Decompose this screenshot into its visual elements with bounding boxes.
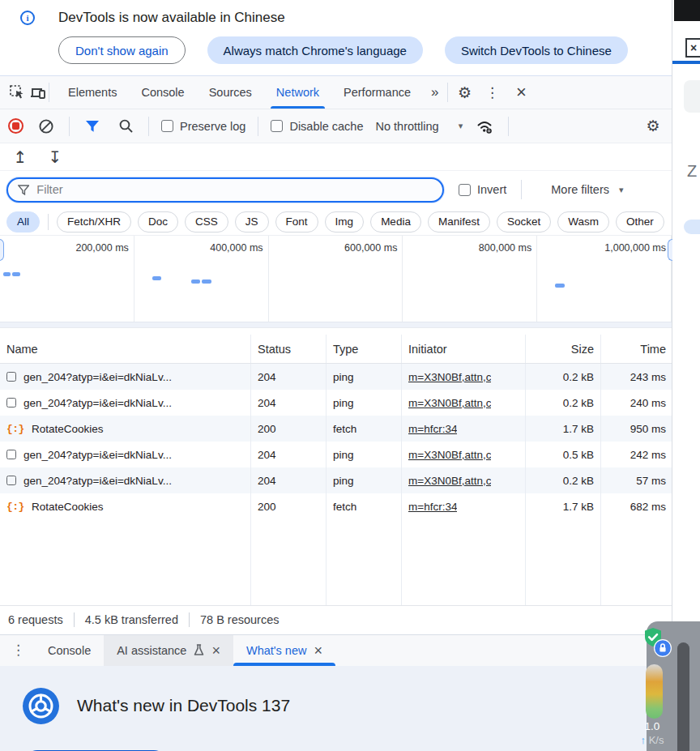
toolbar-divider: [69, 117, 70, 136]
summary-divider: [74, 612, 75, 627]
more-filters-button[interactable]: More filters ▾: [551, 183, 623, 196]
request-type: ping: [327, 364, 402, 390]
chip-media[interactable]: Media: [370, 211, 421, 233]
timeline-tick-label: 1,000,000 ms: [604, 242, 666, 254]
network-settings-gear-icon[interactable]: ⚙: [642, 114, 664, 139]
chip-font[interactable]: Font: [275, 211, 318, 233]
toggle-device-toolbar-icon[interactable]: [28, 80, 49, 105]
preserve-log-checkbox[interactable]: Preserve log: [161, 120, 245, 133]
ping-request-icon: [6, 450, 16, 459]
page-scrollbar[interactable]: [677, 642, 689, 751]
table-row[interactable]: gen_204?atyp=i&ei=dkNiaLv...204pingm=X3N…: [0, 364, 672, 390]
export-har-icon[interactable]: ↧: [45, 145, 66, 169]
initiator-link[interactable]: m=X3N0Bf,attn,c: [408, 475, 491, 487]
switch-language-button[interactable]: Switch DevTools to Chinese: [445, 36, 628, 64]
initiator-link[interactable]: m=hfcr:34: [408, 501, 457, 513]
match-language-button[interactable]: Always match Chrome's language: [207, 36, 423, 64]
tab-network[interactable]: Network: [264, 76, 331, 109]
invert-checkbox[interactable]: Invert: [459, 183, 506, 196]
infobar-title: DevTools is now available in Chinese: [58, 10, 285, 26]
tab-elements[interactable]: Elements: [56, 76, 129, 109]
column-header-initiator[interactable]: Initiator: [402, 335, 526, 363]
table-row[interactable]: gen_204?atyp=i&ei=dkNiaLv...204pingm=X3N…: [0, 442, 672, 467]
inspect-element-icon[interactable]: [6, 80, 28, 105]
close-tab-icon[interactable]: ×: [211, 643, 220, 658]
request-type: ping: [327, 390, 402, 416]
summary-item: 4.5 kB transferred: [85, 613, 178, 626]
chip-doc[interactable]: Doc: [138, 211, 178, 233]
gear-glyph: ⚙: [646, 118, 659, 134]
clear-network-log-icon[interactable]: [36, 114, 57, 139]
drawer-menu-icon[interactable]: ⋮: [0, 635, 35, 666]
chip-js[interactable]: JS: [235, 211, 269, 233]
panel-tabs: ElementsConsoleSourcesNetworkPerformance: [56, 76, 423, 109]
page-text-fragment: Z: [687, 162, 697, 181]
more-panels-icon[interactable]: »: [423, 84, 446, 100]
column-header-status[interactable]: Status: [251, 335, 327, 363]
toolbar-divider: [508, 117, 509, 136]
table-row[interactable]: gen_204?atyp=i&ei=dkNiaLv...204pingm=X3N…: [0, 390, 672, 416]
chip-other[interactable]: Other: [616, 211, 664, 233]
initiator-link[interactable]: m=X3N0Bf,attn,c: [408, 449, 491, 461]
kebab-glyph: ⋮: [11, 642, 25, 659]
summary-divider: [189, 612, 190, 627]
network-conditions-icon[interactable]: [475, 114, 496, 139]
import-har-icon[interactable]: ↥: [10, 145, 31, 169]
timeline-tick-label: 200,000 ms: [75, 242, 128, 254]
chip-css[interactable]: CSS: [185, 211, 228, 233]
column-header-time[interactable]: Time: [601, 335, 672, 363]
toolbar-divider: [447, 83, 448, 102]
request-name: RotateCookies: [32, 423, 104, 435]
initiator-link[interactable]: m=X3N0Bf,attn,c: [408, 371, 491, 383]
table-row[interactable]: {:}RotateCookies200fetchm=hfcr:341.7 kB6…: [0, 493, 672, 519]
network-toolbar: Preserve log Disable cache No throttling…: [0, 109, 672, 143]
record-network-log-icon[interactable]: [8, 118, 23, 134]
chip-wasm[interactable]: Wasm: [557, 211, 609, 233]
close-devtools-icon[interactable]: ×: [511, 80, 532, 105]
initiator-link[interactable]: m=hfcr:34: [408, 423, 457, 435]
column-header-size[interactable]: Size: [526, 335, 601, 363]
filter-toggle-icon[interactable]: [82, 114, 103, 139]
disable-cache-checkbox[interactable]: Disable cache: [271, 120, 363, 133]
column-header-type[interactable]: Type: [327, 335, 402, 363]
tab-performance[interactable]: Performance: [331, 76, 423, 109]
throttling-select[interactable]: No throttling ▾: [375, 120, 463, 133]
checkbox-box: [271, 120, 283, 132]
table-row[interactable]: gen_204?atyp=i&ei=dkNiaLv...204pingm=X3N…: [0, 467, 672, 493]
drawer-tab-label: Console: [48, 644, 91, 657]
drawer-tab-what-s-new[interactable]: What's new×: [233, 635, 335, 666]
chip-img[interactable]: Img: [325, 211, 365, 233]
search-icon[interactable]: [115, 114, 136, 139]
tab-console[interactable]: Console: [129, 76, 196, 109]
download-glyph: ↧: [49, 147, 62, 167]
drawer-tab-label: What's new: [246, 644, 307, 657]
timeline-left-handle[interactable]: [0, 239, 4, 261]
page-partial-icon: ×: [685, 38, 700, 58]
settings-gear-icon[interactable]: ⚙: [455, 80, 476, 105]
drawer-tab-console[interactable]: Console: [35, 635, 104, 666]
page-blue-bar: [672, 61, 700, 64]
dont-show-again-button[interactable]: Don't show again: [58, 36, 186, 64]
close-tab-icon[interactable]: ×: [314, 643, 322, 658]
gear-glyph: ⚙: [458, 85, 472, 100]
network-overview-timeline[interactable]: 200,000 ms400,000 ms600,000 ms800,000 ms…: [0, 236, 672, 328]
speed-gradient-bar: [646, 664, 663, 719]
customize-devtools-icon[interactable]: ⋮: [482, 80, 503, 105]
drawer-tab-ai-assistance[interactable]: AI assistance×: [104, 635, 233, 666]
column-header-name[interactable]: Name: [0, 335, 251, 363]
initiator-link[interactable]: m=X3N0Bf,attn,c: [408, 397, 491, 409]
request-type: ping: [327, 467, 402, 493]
whats-new-panel: What's new in DevTools 137 See all new f…: [0, 666, 672, 751]
chip-fetch-xhr[interactable]: Fetch/XHR: [57, 211, 131, 233]
chip-manifest[interactable]: Manifest: [428, 211, 490, 233]
filter-input-box[interactable]: [6, 177, 444, 203]
table-row[interactable]: {:}RotateCookies200fetchm=hfcr:341.7 kB9…: [0, 416, 672, 442]
network-overview-bar: [3, 272, 11, 276]
filter-input[interactable]: [36, 183, 433, 196]
drawer-tab-label: AI assistance: [117, 644, 186, 657]
request-type: fetch: [327, 416, 402, 442]
tab-sources[interactable]: Sources: [197, 76, 264, 109]
chip-socket[interactable]: Socket: [497, 211, 551, 233]
chip-all[interactable]: All: [6, 211, 40, 233]
toolbar-divider: [148, 117, 149, 136]
